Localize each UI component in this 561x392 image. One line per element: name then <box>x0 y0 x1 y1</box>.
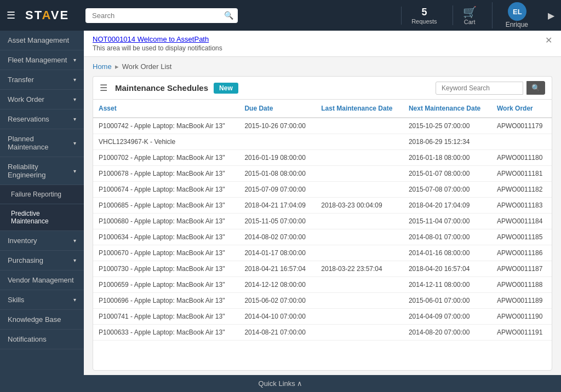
cell-work_order: APWO0011182 <box>491 182 552 198</box>
table-row[interactable]: P1000702 - Apple Laptop: MacBook Air 13"… <box>93 150 552 166</box>
column-header-work-order[interactable]: Work Order <box>491 100 552 118</box>
cell-last_maintenance: 2018-03-23 00:04:09 <box>316 198 403 214</box>
cell-last_maintenance <box>316 325 403 341</box>
requests-count: 5 <box>421 7 427 18</box>
sidebar-item-label: Vendor Management <box>8 276 74 284</box>
sidebar-item-label: Transfer <box>8 76 34 84</box>
breadcrumb-home[interactable]: Home <box>93 62 112 71</box>
cell-next_maintenance: 2014-08-20 07:00:00 <box>403 325 491 341</box>
quick-links-bar[interactable]: Quick Links ∧ <box>0 375 561 392</box>
cell-due_date: 2015-06-02 07:00:00 <box>239 293 316 309</box>
expand-icon[interactable]: ▶ <box>548 10 554 21</box>
cell-asset: P1000634 - Apple Laptop: MacBook Air 13" <box>93 229 239 245</box>
cell-due_date <box>239 134 316 150</box>
table-row[interactable]: P1000659 - Apple Laptop: MacBook Air 13"… <box>93 277 552 293</box>
cell-asset: P1000680 - Apple Laptop: MacBook Air 13" <box>93 214 239 229</box>
table-row[interactable]: P1000634 - Apple Laptop: MacBook Air 13"… <box>93 229 552 245</box>
cell-next_maintenance: 2016-01-18 08:00:00 <box>403 150 491 166</box>
cell-asset: VHCL1234967-K - Vehicle <box>93 134 239 150</box>
sidebar-item-vendor-management[interactable]: Vendor Management <box>0 270 84 290</box>
table-row[interactable]: P1000670 - Apple Laptop: MacBook Air 13"… <box>93 245 552 261</box>
cell-due_date: 2015-11-05 07:00:00 <box>239 214 316 229</box>
cell-next_maintenance: 2014-04-09 07:00:00 <box>403 309 491 325</box>
close-notification-button[interactable]: ✕ <box>545 35 552 45</box>
cell-asset: P1000730 - Apple Laptop: MacBook Air 13" <box>93 261 239 277</box>
sidebar-item-reservations[interactable]: Reservations▾ <box>0 109 84 129</box>
table-menu-icon[interactable]: ☰ <box>100 83 107 93</box>
cell-due_date: 2014-12-12 08:00:00 <box>239 277 316 293</box>
cell-last_maintenance <box>316 293 403 309</box>
search-button[interactable]: 🔍 <box>224 11 233 20</box>
sidebar-item-planned-maintenance[interactable]: Planned Maintenance▾ <box>0 129 84 157</box>
sidebar-item-reliability-engineering[interactable]: Reliability Engineering▾ <box>0 157 84 185</box>
sidebar-item-label: Knowledge Base <box>8 315 61 324</box>
sidebar-item-asset-management[interactable]: Asset Management <box>0 31 84 50</box>
requests-nav-item[interactable]: 5 Requests <box>401 7 446 25</box>
cell-next_maintenance: 2015-01-07 08:00:00 <box>403 166 491 182</box>
sidebar-item-label: Fleet Management <box>8 56 67 64</box>
keyword-search-input[interactable] <box>436 82 523 95</box>
sidebar-item-transfer[interactable]: Transfer▾ <box>0 70 84 90</box>
column-header-last-maintenance-date[interactable]: Last Maintenance Date <box>316 100 403 118</box>
sidebar-item-predictive-maintenance[interactable]: Predictive Maintenance <box>0 204 84 231</box>
sidebar-item-label: Inventory <box>8 237 37 245</box>
sidebar-item-label: Skills <box>8 296 24 304</box>
notification-link[interactable]: NOT0001014 Welcome to AssetPath <box>93 35 209 43</box>
table-section: ☰ Maintenance Schedules New 🔍 AssetDue D… <box>84 76 561 375</box>
cell-work_order: APWO0011184 <box>491 214 552 229</box>
sidebar-item-label: Asset Management <box>8 36 69 44</box>
sidebar-item-label: Notifications <box>8 335 47 343</box>
sidebar-item-purchasing[interactable]: Purchasing▾ <box>0 251 84 270</box>
column-header-asset[interactable]: Asset <box>93 100 239 118</box>
cart-icon: 🛒 <box>463 5 477 19</box>
cell-asset: P1000670 - Apple Laptop: MacBook Air 13" <box>93 245 239 261</box>
cell-last_maintenance <box>316 277 403 293</box>
sidebar: Asset ManagementFleet Management▾Transfe… <box>0 31 84 375</box>
caret-icon: ▾ <box>73 168 76 174</box>
table-row[interactable]: VHCL1234967-K - Vehicle2018-06-29 15:12:… <box>93 134 552 150</box>
column-header-due-date[interactable]: Due Date <box>239 100 316 118</box>
table-row[interactable]: P1000633 - Apple Laptop: MacBook Air 13"… <box>93 325 552 341</box>
table-row[interactable]: P1000678 - Apple Laptop: MacBook Air 13"… <box>93 166 552 182</box>
keyword-search-button[interactable]: 🔍 <box>526 81 545 95</box>
cell-next_maintenance: 2015-06-01 07:00:00 <box>403 293 491 309</box>
hamburger-menu[interactable]: ☰ <box>7 9 15 21</box>
sidebar-item-notifications[interactable]: Notifications <box>0 330 84 349</box>
cell-due_date: 2015-10-26 07:00:00 <box>239 118 316 134</box>
sidebar-item-failure-reporting[interactable]: Failure Reporting <box>0 185 84 204</box>
cell-work_order: APWO0011179 <box>491 118 552 134</box>
sidebar-item-label: Work Order <box>8 95 44 103</box>
cell-last_maintenance <box>316 214 403 229</box>
sidebar-item-work-order[interactable]: Work Order▾ <box>0 90 84 109</box>
avatar: EL <box>508 2 526 21</box>
cell-last_maintenance <box>316 182 403 198</box>
user-nav-item[interactable]: EL Enrique <box>492 2 538 28</box>
cart-nav-item[interactable]: 🛒 Cart <box>453 5 486 25</box>
caret-icon: ▾ <box>73 257 76 263</box>
table-row[interactable]: P1000685 - Apple Laptop: MacBook Air 13"… <box>93 198 552 214</box>
table-row[interactable]: P1000730 - Apple Laptop: MacBook Air 13"… <box>93 261 552 277</box>
search-bar: 🔍 <box>85 8 238 23</box>
cell-last_maintenance <box>316 245 403 261</box>
table-row[interactable]: P1000742 - Apple Laptop: MacBook Air 13"… <box>93 118 552 134</box>
sidebar-item-skills[interactable]: Skills▾ <box>0 290 84 310</box>
cell-next_maintenance: 2015-10-25 07:00:00 <box>403 118 491 134</box>
app-logo: STAVE <box>25 8 69 22</box>
sidebar-item-knowledge-base[interactable]: Knowledge Base <box>0 310 84 330</box>
sidebar-item-fleet-management[interactable]: Fleet Management▾ <box>0 50 84 70</box>
table-row[interactable]: P1000680 - Apple Laptop: MacBook Air 13"… <box>93 214 552 229</box>
table-row[interactable]: P1000674 - Apple Laptop: MacBook Air 13"… <box>93 182 552 198</box>
cell-last_maintenance <box>316 134 403 150</box>
caret-icon: ▾ <box>73 77 76 83</box>
breadcrumb-separator: ▸ <box>115 62 119 71</box>
cell-asset: P1000741 - Apple Laptop: MacBook Air 13" <box>93 309 239 325</box>
caret-icon: ▾ <box>73 238 76 244</box>
cell-last_maintenance <box>316 150 403 166</box>
sidebar-item-inventory[interactable]: Inventory▾ <box>0 231 84 251</box>
table-row[interactable]: P1000696 - Apple Laptop: MacBook Air 13"… <box>93 293 552 309</box>
table-row[interactable]: P1000741 - Apple Laptop: MacBook Air 13"… <box>93 309 552 325</box>
new-button[interactable]: New <box>214 83 238 94</box>
search-input[interactable] <box>85 8 238 23</box>
column-header-next-maintenance-date[interactable]: Next Maintenance Date <box>403 100 491 118</box>
cell-asset: P1000678 - Apple Laptop: MacBook Air 13" <box>93 166 239 182</box>
